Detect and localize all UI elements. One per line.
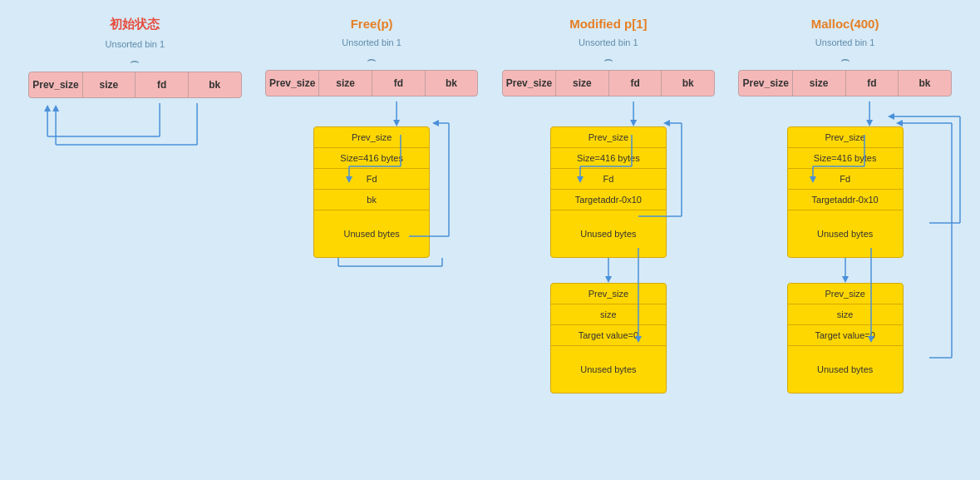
pink-cell-3-2: size <box>556 71 609 96</box>
free-yc-2: Size=416 bytes <box>314 148 429 169</box>
malloc-yc2-1: Prev_size <box>788 284 903 304</box>
mod-yc1-1: Prev_size <box>551 127 666 148</box>
malloc-yc2-4: Unused bytes <box>788 346 903 393</box>
pink-cell-2-4: bk <box>426 71 478 96</box>
free-yellow-chunk: Prev_size Size=416 bytes Fd bk Unused by… <box>313 126 430 258</box>
pink-cell-2-3: fd <box>372 71 426 96</box>
svg-marker-16 <box>605 276 612 283</box>
initial-arrows <box>28 103 241 153</box>
mod-yc1-2: Size=416 bytes <box>551 148 666 169</box>
malloc-yc1-3: Fd <box>788 169 903 190</box>
pink-cell-4-2: size <box>793 71 846 96</box>
malloc-arrow-space <box>738 101 951 126</box>
pink-chunk-4: Prev_size size fd bk <box>738 70 951 101</box>
title-free: Free(p) <box>351 17 393 31</box>
mod-yc1-4: Targetaddr-0x10 <box>551 190 666 210</box>
unsorted-label-1: Unsorted bin 1 <box>106 39 165 49</box>
pink-cell-1-1: Prev_size <box>29 72 82 97</box>
svg-marker-14 <box>630 120 637 126</box>
pink-cell-3-1: Prev_size <box>503 71 556 96</box>
pink-cell-4-3: fd <box>846 71 899 96</box>
unsorted-label-4: Unsorted bin 1 <box>815 37 875 47</box>
col-initial: 初始状态 Unsorted bin 1 ⌢ Prev_size size fd … <box>17 17 254 393</box>
unsorted-label-3: Unsorted bin 1 <box>579 37 638 47</box>
mod-yc2-3: Target value=0 <box>551 325 666 346</box>
brace-2: ⌢ <box>265 51 478 68</box>
mod-yc2-1: Prev_size <box>551 284 666 304</box>
col-malloc: Malloc(400) Unsorted bin 1 ⌢ Prev_size s… <box>726 17 963 393</box>
mod-arrow2 <box>550 258 667 283</box>
mod-yellow-chunk1: Prev_size Size=416 bytes Fd Targetaddr-0… <box>550 126 667 258</box>
svg-marker-7 <box>52 105 59 111</box>
malloc-yc1-1: Prev_size <box>788 127 903 148</box>
title-modified: Modified p[1] <box>569 17 647 31</box>
title-malloc: Malloc(400) <box>811 17 879 31</box>
col-free: Free(p) Unsorted bin 1 ⌢ Prev_size size … <box>254 17 490 393</box>
free-yc-1: Prev_size <box>314 127 429 148</box>
free-bk-arrow <box>313 258 430 275</box>
svg-marker-18 <box>867 120 874 126</box>
mod-yc1-5: Unused bytes <box>551 210 666 257</box>
mod-yc1-3: Fd <box>551 169 666 190</box>
pink-cell-2-2: size <box>319 71 372 96</box>
malloc-yellow-chunk2: Prev_size size Target value=0 Unused byt… <box>787 283 904 393</box>
col-modified: Modified p[1] Unsorted bin 1 ⌢ Prev_size… <box>490 17 727 393</box>
columns: 初始状态 Unsorted bin 1 ⌢ Prev_size size fd … <box>17 17 963 393</box>
pink-cell-2-1: Prev_size <box>266 71 319 96</box>
main-container: 初始状态 Unsorted bin 1 ⌢ Prev_size size fd … <box>0 0 980 480</box>
malloc-yc1-5: Unused bytes <box>788 210 903 257</box>
malloc-arrow2 <box>787 258 904 283</box>
pink-cell-1-3: fd <box>135 72 189 97</box>
free-yc-4: bk <box>314 190 429 210</box>
brace-3: ⌢ <box>502 51 715 68</box>
pink-cell-1-2: size <box>83 72 136 97</box>
pink-cell-3-4: bk <box>662 71 714 96</box>
svg-marker-3 <box>44 105 51 111</box>
malloc-yc2-2: size <box>788 304 903 325</box>
pink-chunk-3: Prev_size size fd bk <box>502 70 715 101</box>
mod-arrow-space <box>502 101 715 126</box>
pink-cell-4-1: Prev_size <box>739 71 792 96</box>
brace-1: ⌢ <box>28 52 241 70</box>
free-yc-3: Fd <box>314 169 429 190</box>
title-initial: 初始状态 <box>110 17 160 32</box>
pink-cell-1-4: bk <box>189 72 241 97</box>
unsorted-label-2: Unsorted bin 1 <box>342 37 401 47</box>
pink-chunk-2: Prev_size size fd bk <box>265 70 478 101</box>
malloc-yc1-2: Size=416 bytes <box>788 148 903 169</box>
malloc-yc2-3: Target value=0 <box>788 325 903 346</box>
pink-cell-3-3: fd <box>609 71 662 96</box>
svg-marker-20 <box>842 276 849 283</box>
mod-yc2-2: size <box>551 304 666 325</box>
free-yc-5: Unused bytes <box>314 210 429 257</box>
mod-yc2-4: Unused bytes <box>551 346 666 393</box>
brace-4: ⌢ <box>738 51 951 68</box>
malloc-yellow-chunk1: Prev_size Size=416 bytes Fd Targetaddr-0… <box>787 126 904 258</box>
pink-chunk-1: Prev_size size fd bk <box>28 72 241 103</box>
mod-yellow-chunk2: Prev_size size Target value=0 Unused byt… <box>550 283 667 393</box>
malloc-yc1-4: Targetaddr-0x10 <box>788 190 903 210</box>
free-arrow-space <box>265 101 478 126</box>
pink-cell-4-4: bk <box>899 71 951 96</box>
svg-marker-9 <box>393 120 400 126</box>
